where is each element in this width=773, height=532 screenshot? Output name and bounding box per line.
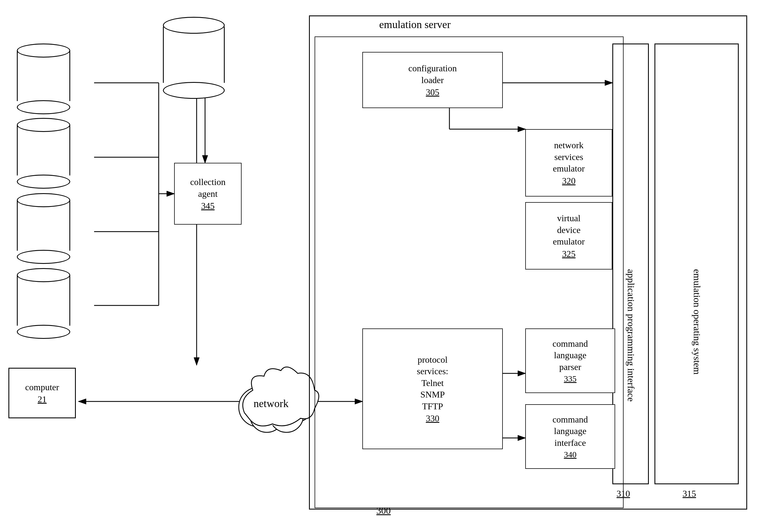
- data-store: datastore 350: [163, 17, 225, 99]
- virtual-device-box: virtualdeviceemulator 325: [525, 202, 612, 270]
- eos-vertical-text: emulation operating system: [692, 269, 702, 270]
- config-loader-box: configurationloader 305: [362, 52, 503, 108]
- router2-body: [17, 125, 70, 175]
- emulation-server-label: emulation server: [379, 18, 451, 31]
- cmd-interface-number: 340: [564, 450, 577, 459]
- emulation-os-box: [655, 44, 739, 484]
- eos-number-label: 315: [683, 488, 696, 499]
- computer-number: 21: [38, 394, 47, 405]
- net-services-box: networkservicesemulator 320: [525, 129, 612, 197]
- app-programming-interface-box: [612, 44, 649, 484]
- virtual-device-number: 325: [562, 249, 576, 259]
- cmd-interface-label: commandlanguageinterface: [553, 414, 588, 449]
- router1-bottom: [17, 100, 70, 114]
- router1-top: [17, 44, 70, 58]
- datastore-top: [163, 17, 225, 34]
- router3-bottom: [17, 250, 70, 264]
- computer-box: computer 21: [8, 368, 76, 418]
- cmd-interface-box: commandlanguageinterface 340: [525, 404, 615, 469]
- router3-body: [17, 200, 70, 251]
- cmd-parser-number: 335: [564, 374, 577, 383]
- router3-top: [17, 193, 70, 207]
- collection-agent-box: collectionagent 345: [174, 163, 241, 225]
- computer-label: computer: [25, 382, 59, 393]
- collection-agent-label: collectionagent: [190, 176, 225, 200]
- router4-body: [17, 275, 70, 326]
- datastore-bottom: [163, 82, 225, 99]
- cmd-parser-box: commandlanguageparser 335: [525, 328, 615, 393]
- router1-body: [17, 51, 70, 101]
- router2: router: [17, 118, 70, 189]
- router4-bottom: [17, 325, 70, 339]
- protocol-services-number: 330: [426, 413, 439, 424]
- net-services-number: 320: [562, 176, 576, 186]
- router3: router: [17, 193, 70, 264]
- datastore-body: [163, 27, 225, 83]
- config-loader-number: 305: [426, 87, 439, 97]
- container-300-label: 300: [376, 505, 391, 516]
- router1: router: [17, 44, 70, 114]
- network-cloud: network: [230, 357, 320, 439]
- network-label: network: [254, 398, 289, 409]
- net-services-label: networkservicesemulator: [553, 140, 585, 175]
- config-loader-label: configurationloader: [409, 63, 457, 86]
- router2-bottom: [17, 175, 70, 189]
- api-number-label: 310: [617, 488, 630, 499]
- router2-top: [17, 118, 70, 132]
- router4-top: [17, 268, 70, 282]
- protocol-services-label: protocolservices:TelnetSNMPTFTP: [417, 354, 448, 412]
- protocol-services-box: protocolservices:TelnetSNMPTFTP 330: [362, 328, 503, 449]
- api-vertical-text: application programming interface: [626, 269, 636, 270]
- virtual-device-label: virtualdeviceemulator: [553, 213, 585, 248]
- cloud-svg: network: [230, 357, 320, 438]
- cmd-parser-label: commandlanguageparser: [553, 338, 588, 373]
- router4: router: [17, 268, 70, 339]
- collection-agent-number: 345: [201, 201, 215, 211]
- diagram: router router router router datastore 35…: [0, 0, 773, 532]
